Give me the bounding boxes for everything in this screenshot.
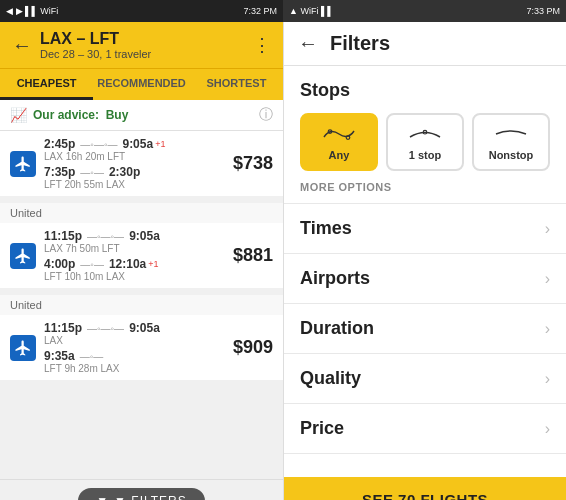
route-text: LAX – LFT: [40, 30, 253, 48]
airline-label: United: [0, 203, 283, 223]
return-route: LFT 20h 55m LAX: [44, 179, 233, 190]
stops-options: Any 1 stop: [300, 113, 550, 171]
quality-chevron-icon: ›: [545, 370, 550, 388]
left-panel: ← LAX – LFT Dec 28 – 30, 1 traveler ⋮ CH…: [0, 22, 283, 500]
flight-price: $738: [233, 153, 273, 174]
tabs-row: CHEAPEST RECOMMENDED SHORTEST: [0, 68, 283, 100]
filters-button-bar: ▼ ▼ FILTERS: [0, 479, 283, 500]
stops-section: Stops Any: [284, 66, 566, 204]
right-status-time: 7:33 PM: [526, 6, 560, 16]
one-stop-icon: [407, 123, 443, 145]
see-flights-button[interactable]: SEE 70 FLIGHTS: [284, 477, 566, 500]
flights-list: 2:45p —◦—◦— 9:05a +1 LAX 16h 20m LFT 7:3…: [0, 131, 283, 479]
flight-price: $881: [233, 245, 273, 266]
flight-group-3: 11:15p —◦—◦— 9:05a LAX 9:35a —◦— LFT 9h …: [0, 315, 283, 381]
any-stops-icon: [321, 123, 357, 145]
advice-icon: 📈: [10, 107, 27, 123]
outbound-times: 11:15p —◦—◦— 9:05a: [44, 321, 233, 335]
stop-option-any[interactable]: Any: [300, 113, 378, 171]
stops-title: Stops: [300, 80, 550, 101]
left-status-icons: ◀ ▶ ▌▌ WiFi: [6, 6, 58, 16]
duration-chevron-icon: ›: [545, 320, 550, 338]
outbound-times: 11:15p —◦—◦— 9:05a: [44, 229, 233, 243]
left-header: ← LAX – LFT Dec 28 – 30, 1 traveler ⋮: [0, 22, 283, 68]
return-times: 4:00p —◦— 12:10a +1: [44, 257, 233, 271]
flight-item[interactable]: 2:45p —◦—◦— 9:05a +1 LAX 16h 20m LFT 7:3…: [0, 131, 283, 197]
airports-chevron-icon: ›: [545, 270, 550, 288]
tab-recommended[interactable]: RECOMMENDED: [93, 69, 190, 100]
advice-action: Buy: [106, 108, 129, 122]
right-back-button[interactable]: ←: [298, 32, 318, 55]
duration-filter-row[interactable]: Duration ›: [284, 304, 566, 354]
return-route: LFT 10h 10m LAX: [44, 271, 233, 282]
filter-funnel-icon: ▼: [96, 494, 108, 500]
times-chevron-icon: ›: [545, 220, 550, 238]
right-status-icons: ▲ WiFi ▌▌: [289, 6, 334, 16]
stop-option-1stop[interactable]: 1 stop: [386, 113, 464, 171]
route-title-group: LAX – LFT Dec 28 – 30, 1 traveler: [40, 30, 253, 60]
left-back-button[interactable]: ←: [12, 34, 32, 57]
flight-details: 2:45p —◦—◦— 9:05a +1 LAX 16h 20m LFT 7:3…: [44, 137, 233, 190]
tab-shortest[interactable]: SHORTEST: [190, 69, 283, 100]
return-route: LFT 9h 28m LAX: [44, 363, 233, 374]
airline-label-2: United: [0, 295, 283, 315]
outbound-route: LAX: [44, 335, 233, 346]
stop-option-nonstop[interactable]: Nonstop: [472, 113, 550, 171]
advice-bar: 📈 Our advice: Buy ⓘ: [0, 100, 283, 131]
one-stop-label: 1 stop: [409, 149, 441, 161]
airline-icon: [10, 335, 36, 361]
more-options-link[interactable]: MORE OPTIONS: [300, 181, 550, 193]
quality-filter-row[interactable]: Quality ›: [284, 354, 566, 404]
outbound-route: LAX 7h 50m LFT: [44, 243, 233, 254]
times-filter-row[interactable]: Times ›: [284, 204, 566, 254]
price-chevron-icon: ›: [545, 420, 550, 438]
airports-filter-row[interactable]: Airports ›: [284, 254, 566, 304]
quality-label: Quality: [300, 368, 361, 389]
dates-text: Dec 28 – 30, 1 traveler: [40, 48, 253, 60]
flight-details: 11:15p —◦—◦— 9:05a LAX 7h 50m LFT 4:00p …: [44, 229, 233, 282]
airline-icon: [10, 243, 36, 269]
flight-price: $909: [233, 337, 273, 358]
return-times: 7:35p —◦— 2:30p: [44, 165, 233, 179]
advice-info-icon[interactable]: ⓘ: [259, 106, 273, 124]
left-status-time: 7:32 PM: [243, 6, 277, 16]
right-panel: ← Filters Stops: [283, 22, 566, 500]
left-menu-button[interactable]: ⋮: [253, 34, 271, 56]
tab-cheapest[interactable]: CHEAPEST: [0, 69, 93, 100]
price-filter-row[interactable]: Price ›: [284, 404, 566, 454]
airports-label: Airports: [300, 268, 370, 289]
flight-item[interactable]: 11:15p —◦—◦— 9:05a LAX 9:35a —◦— LFT 9h …: [0, 315, 283, 381]
flight-group-2: 11:15p —◦—◦— 9:05a LAX 7h 50m LFT 4:00p …: [0, 223, 283, 289]
filters-title: Filters: [330, 32, 390, 55]
filters-content: Stops Any: [284, 66, 566, 477]
outbound-times: 2:45p —◦—◦— 9:05a +1: [44, 137, 233, 151]
any-label: Any: [329, 149, 350, 161]
duration-label: Duration: [300, 318, 374, 339]
outbound-route: LAX 16h 20m LFT: [44, 151, 233, 162]
flight-item[interactable]: 11:15p —◦—◦— 9:05a LAX 7h 50m LFT 4:00p …: [0, 223, 283, 289]
flight-details: 11:15p —◦—◦— 9:05a LAX 9:35a —◦— LFT 9h …: [44, 321, 233, 374]
nonstop-label: Nonstop: [489, 149, 534, 161]
advice-text: Our advice: Buy: [33, 108, 259, 122]
airline-icon: [10, 151, 36, 177]
right-header: ← Filters: [284, 22, 566, 66]
svg-point-1: [346, 136, 350, 140]
filters-button-label: ▼ FILTERS: [114, 494, 187, 500]
times-label: Times: [300, 218, 352, 239]
price-label: Price: [300, 418, 344, 439]
return-times: 9:35a —◦—: [44, 349, 233, 363]
flight-group-1: 2:45p —◦—◦— 9:05a +1 LAX 16h 20m LFT 7:3…: [0, 131, 283, 197]
filters-button[interactable]: ▼ ▼ FILTERS: [78, 488, 205, 500]
nonstop-icon: [493, 123, 529, 145]
